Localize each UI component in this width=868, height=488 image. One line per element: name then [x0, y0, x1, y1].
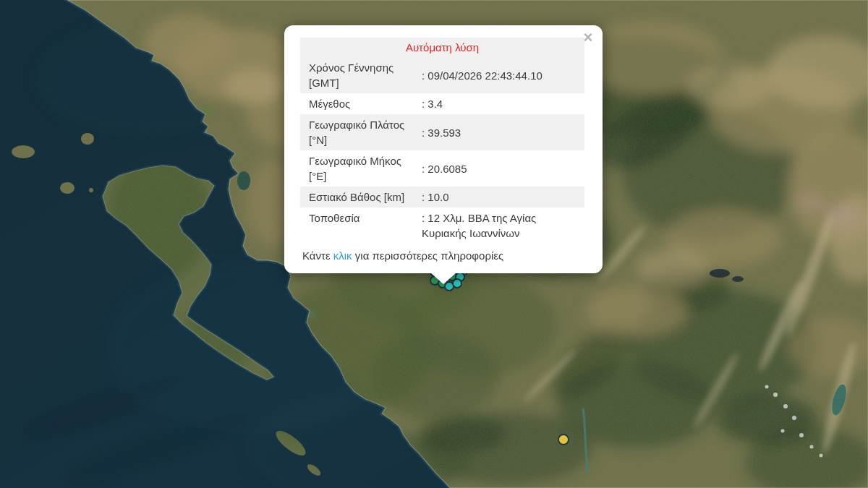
more-info-line: Κάντε κλικ για περισσότερες πληροφορίες: [302, 248, 584, 263]
row-label: Τοποθεσία: [300, 207, 422, 244]
row-value: : 09/04/2026 22:43:44.10: [422, 57, 584, 93]
table-row-latitude: Γεωγραφικό Πλάτος [°N] : 39.593: [300, 114, 584, 150]
row-value: : 12 Χλμ. ΒΒΑ της Αγίας Κυριακής Ιωαννίν…: [422, 207, 584, 244]
row-value: : 20.6085: [422, 150, 584, 187]
table-row-longitude: Γεωγραφικό Μήκος [°E] : 20.6085: [300, 150, 584, 187]
popup-tail: [430, 273, 456, 284]
table-row-location: Τοποθεσία : 12 Χλμ. ΒΒΑ της Αγίας Κυριακ…: [300, 207, 584, 244]
row-label: Γεωγραφικό Μήκος [°E]: [300, 150, 422, 187]
earthquake-marker[interactable]: [558, 435, 569, 445]
longitude-value: : 20.6085: [422, 161, 467, 176]
footer-text-suffix: για περισσότερες πληροφορίες: [352, 249, 504, 262]
table-row-origin-time: Χρόνος Γέννησης [GMT] : 09/04/2026 22:43…: [300, 57, 584, 93]
latitude-value: : 39.593: [422, 125, 461, 140]
more-info-link[interactable]: κλικ: [333, 249, 352, 262]
row-value: : 39.593: [422, 114, 584, 150]
location-value: : 12 Χλμ. ΒΒΑ της Αγίας Κυριακής Ιωαννίν…: [422, 210, 582, 241]
earthquake-popup: × Αυτόματη λύση Χρόνος Γέννησης [GMT] : …: [284, 25, 603, 273]
table-row-magnitude: Μέγεθος : 3.4: [300, 93, 584, 114]
magnitude-value: : 3.4: [422, 96, 443, 111]
row-value: : 3.4: [422, 93, 584, 114]
row-label: Γεωγραφικό Πλάτος [°N]: [300, 114, 422, 150]
row-label: Χρόνος Γέννησης [GMT]: [300, 57, 422, 93]
map-viewport: × Αυτόματη λύση Χρόνος Γέννησης [GMT] : …: [0, 0, 868, 488]
depth-value: : 10.0: [422, 189, 449, 205]
row-label: Εστιακό Βάθος [km]: [300, 187, 422, 207]
row-label: Μέγεθος: [300, 93, 422, 114]
footer-text-prefix: Κάντε: [302, 249, 333, 262]
popup-title: Αυτόματη λύση: [300, 38, 584, 57]
table-row-depth: Εστιακό Βάθος [km] : 10.0: [300, 187, 584, 207]
earthquake-info-table: Αυτόματη λύση Χρόνος Γέννησης [GMT] : 09…: [300, 38, 584, 244]
row-value: : 10.0: [422, 187, 584, 207]
origin-time-value: : 09/04/2026 22:43:44.10: [422, 68, 542, 83]
close-icon[interactable]: ×: [581, 31, 595, 46]
